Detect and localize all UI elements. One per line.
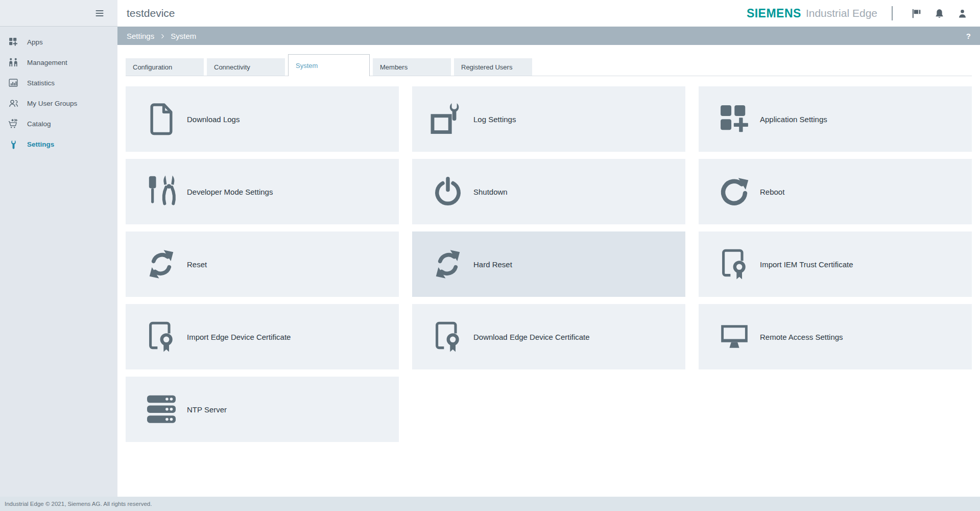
document-icon xyxy=(139,101,184,137)
certificate-icon xyxy=(139,319,184,354)
brand-suffix: Industrial Edge xyxy=(806,7,877,19)
tile-hard-reset[interactable]: Hard Reset xyxy=(412,231,685,297)
system-tile-grid: Download Logs Log Settings Application S… xyxy=(126,86,972,442)
tile-label: Log Settings xyxy=(473,115,516,124)
tile-application-settings[interactable]: Application Settings xyxy=(699,86,972,152)
sync-icon xyxy=(425,249,470,280)
apps-icon xyxy=(7,36,19,48)
sidebar-item-label: Catalog xyxy=(27,120,51,128)
flag-icon[interactable] xyxy=(911,8,922,19)
tile-label: Download Logs xyxy=(187,115,240,124)
tile-developer-mode-settings[interactable]: Developer Mode Settings xyxy=(126,159,399,224)
sidebar-item-statistics[interactable]: Statistics xyxy=(0,73,117,93)
server-icon xyxy=(139,394,184,425)
header-main: testdevice SIEMENS Industrial Edge xyxy=(117,0,980,27)
sidebar-item-catalog[interactable]: Catalog xyxy=(0,113,117,134)
sidebar-item-label: Apps xyxy=(27,38,43,46)
sidebar-item-label: Statistics xyxy=(27,79,55,87)
tile-reset[interactable]: Reset xyxy=(126,231,399,297)
tools-icon xyxy=(139,174,184,210)
tile-label: Hard Reset xyxy=(473,260,512,269)
tab-members[interactable]: Members xyxy=(373,58,451,76)
tab-label: System xyxy=(296,62,318,69)
tile-label: Reboot xyxy=(760,188,784,196)
tile-label: Shutdown xyxy=(473,188,508,196)
sidebar-item-settings[interactable]: Settings xyxy=(0,134,117,154)
footer: Industrial Edge © 2021, Siemens AG. All … xyxy=(0,497,980,511)
header-right: SIEMENS Industrial Edge xyxy=(747,6,970,20)
breadcrumb-system: System xyxy=(171,32,196,40)
page-title: testdevice xyxy=(127,7,175,19)
management-icon xyxy=(7,57,19,68)
tab-bar: Configuration Connectivity System Member… xyxy=(126,54,972,76)
tab-label: Connectivity xyxy=(214,63,250,71)
sidebar-item-label: My User Groups xyxy=(27,100,77,107)
tile-import-iem-trust-certificate[interactable]: Import IEM Trust Certificate xyxy=(699,231,972,297)
copyright-text: Industrial Edge © 2021, Siemens AG. All … xyxy=(5,501,152,507)
tile-label: Developer Mode Settings xyxy=(187,188,273,196)
sidebar-item-label: Settings xyxy=(27,141,54,148)
siemens-logo: SIEMENS xyxy=(747,7,801,20)
hamburger-icon[interactable] xyxy=(94,8,105,19)
tile-reboot[interactable]: Reboot xyxy=(699,159,972,224)
tile-label: Download Edge Device Certificate xyxy=(473,333,590,341)
tab-configuration[interactable]: Configuration xyxy=(126,58,204,76)
sidebar-item-my-user-groups[interactable]: My User Groups xyxy=(0,93,117,113)
sync-icon xyxy=(139,249,184,280)
tab-label: Configuration xyxy=(133,63,172,71)
main-content: Configuration Connectivity System Member… xyxy=(117,45,980,497)
tab-registered-users[interactable]: Registered Users xyxy=(454,58,532,76)
statistics-icon xyxy=(7,77,19,88)
user-icon[interactable] xyxy=(957,8,968,19)
power-icon xyxy=(425,176,470,207)
tab-label: Members xyxy=(380,63,408,71)
wrench-icon xyxy=(7,138,19,150)
header-divider xyxy=(892,6,893,20)
catalog-cart-icon xyxy=(7,118,19,129)
app-header: testdevice SIEMENS Industrial Edge xyxy=(0,0,980,27)
sidebar-item-label: Management xyxy=(27,59,67,66)
chevron-right-icon xyxy=(159,32,166,40)
sidebar: Apps Management Statistics My User Group… xyxy=(0,27,117,497)
tab-system[interactable]: System xyxy=(288,54,370,76)
sidebar-item-management[interactable]: Management xyxy=(0,52,117,73)
log-settings-icon xyxy=(425,101,470,137)
certificate-icon xyxy=(712,247,757,282)
tile-download-logs[interactable]: Download Logs xyxy=(126,86,399,152)
user-groups-icon xyxy=(7,98,19,109)
tile-shutdown[interactable]: Shutdown xyxy=(412,159,685,224)
apps-plus-icon xyxy=(712,102,757,136)
tile-remote-access-settings[interactable]: Remote Access Settings xyxy=(699,304,972,369)
monitor-icon xyxy=(712,321,757,353)
tab-connectivity[interactable]: Connectivity xyxy=(207,58,285,76)
help-button[interactable]: ? xyxy=(966,32,971,40)
sidebar-header-strip xyxy=(0,0,117,27)
breadcrumb-settings[interactable]: Settings xyxy=(127,32,154,40)
tile-log-settings[interactable]: Log Settings xyxy=(412,86,685,152)
tile-label: Reset xyxy=(187,260,207,269)
tile-label: Import IEM Trust Certificate xyxy=(760,260,853,269)
tile-label: Import Edge Device Certificate xyxy=(187,333,291,341)
tile-label: NTP Server xyxy=(187,405,227,414)
certificate-icon xyxy=(425,319,470,354)
reboot-icon xyxy=(712,176,757,207)
tile-download-edge-device-certificate[interactable]: Download Edge Device Certificate xyxy=(412,304,685,369)
tab-label: Registered Users xyxy=(461,63,512,71)
breadcrumb: Settings System ? xyxy=(117,27,980,45)
tile-ntp-server[interactable]: NTP Server xyxy=(126,377,399,442)
sidebar-item-apps[interactable]: Apps xyxy=(0,32,117,52)
bell-icon[interactable] xyxy=(934,8,945,19)
tile-label: Remote Access Settings xyxy=(760,333,843,341)
tile-label: Application Settings xyxy=(760,115,827,124)
tile-import-edge-device-certificate[interactable]: Import Edge Device Certificate xyxy=(126,304,399,369)
